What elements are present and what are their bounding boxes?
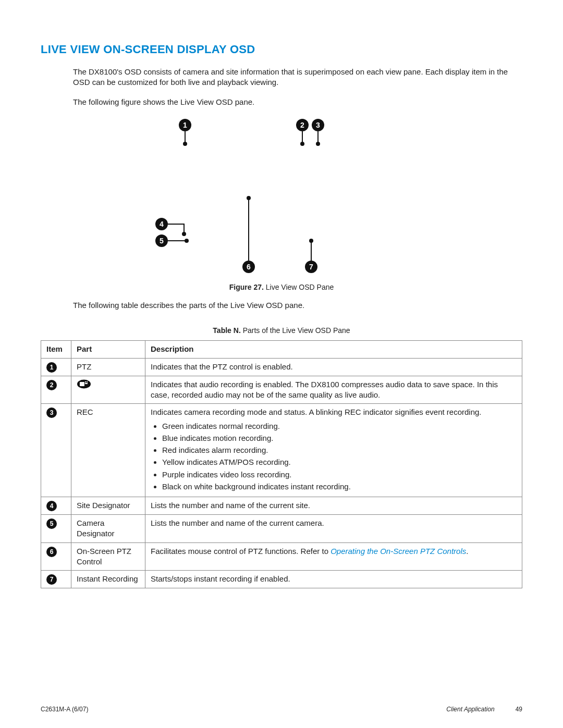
desc-text: Indicates camera recording mode and stat… [151,408,482,416]
callout-6: 6 [242,261,255,273]
svg-rect-4 [85,383,88,384]
desc-cell: Facilitates mouse control of PTZ functio… [145,542,522,571]
pointer [185,131,186,143]
rec-color-list: Green indicates normal recording. Blue i… [151,421,517,492]
col-part: Part [71,341,145,358]
callout-5: 5 [155,235,168,247]
callout-3: 3 [312,119,324,131]
col-desc: Description [145,341,522,358]
item-badge: 6 [46,547,57,557]
svg-rect-3 [87,381,88,382]
figure-live-view-osd: 1 2 3 4 5 6 7 [41,114,522,280]
part-cell: REC [71,404,145,497]
item-badge: 2 [46,380,57,390]
list-item: Black on white background indicates inst… [162,482,517,492]
page-footer: C2631M-A (6/07) Client Application 49 [41,705,522,713]
footer-app-name: Client Application [446,705,494,713]
footer-page-number: 49 [516,705,522,713]
list-item: Purple indicates video loss recording. [162,470,517,480]
callout-7: 7 [305,261,317,273]
part-cell [71,376,145,404]
item-badge: 4 [46,501,57,511]
col-item: Item [41,341,71,358]
item-badge: 3 [46,408,57,418]
desc-cell: Indicates that audio recording is enable… [145,376,522,404]
svg-rect-2 [85,381,86,382]
desc-prefix: Facilitates mouse control of PTZ functio… [151,547,331,556]
figure-lead: The following figure shows the Live View… [73,97,522,107]
table-caption-text: Parts of the Live View OSD Pane [243,326,350,335]
pointer-dot [183,142,187,146]
section-title: LIVE VIEW ON-SCREEN DISPLAY OSD [41,42,522,57]
part-cell: Instant Recording [71,571,145,588]
figure-caption-text: Live View OSD Pane [266,283,334,291]
table-row: 2 Indicates that audio recording is enab… [41,376,522,404]
item-badge: 1 [46,362,57,373]
part-cell: On-Screen PTZ Control [71,542,145,571]
list-item: Red indicates alarm recording. [162,445,517,455]
part-cell: PTZ [71,358,145,376]
callout-1: 1 [179,119,191,131]
pointer-dot [185,239,189,243]
pointer [248,198,249,261]
callout-2: 2 [296,119,309,131]
table-row: 6 On-Screen PTZ Control Facilitates mous… [41,542,522,571]
list-item: Yellow indicates ATM/POS recording. [162,457,517,467]
pointer-dot [182,232,186,236]
desc-cell: Lists the number and name of the current… [145,515,522,543]
osd-parts-table: Item Part Description 1 PTZ Indicates th… [41,340,522,588]
desc-cell: Lists the number and name of the current… [145,497,522,515]
svg-rect-1 [80,382,84,386]
intro-paragraph: The DX8100's OSD consists of camera and … [73,67,522,88]
ptz-controls-link[interactable]: Operating the On-Screen PTZ Controls [331,547,466,556]
pointer [302,131,303,143]
pointer [311,241,312,262]
table-caption: Table N. Parts of the Live View OSD Pane [41,326,522,336]
list-item: Blue indicates motion recording. [162,433,517,443]
pointer [168,240,186,241]
figure-caption: Figure 27. Live View OSD Pane [41,282,522,292]
pointer-dot [316,142,320,146]
part-cell: Camera Designator [71,515,145,543]
table-caption-label: Table N. [213,326,240,335]
item-badge: 5 [46,519,57,529]
desc-suffix: . [466,547,468,556]
figure-caption-label: Figure 27. [229,283,264,291]
pointer [168,224,183,225]
desc-cell: Indicates that the PTZ control is enable… [145,358,522,376]
desc-cell: Indicates camera recording mode and stat… [145,404,522,497]
table-row: 1 PTZ Indicates that the PTZ control is … [41,358,522,376]
table-row: 4 Site Designator Lists the number and n… [41,497,522,515]
desc-cell: Starts/stops instant recording if enable… [145,571,522,588]
table-row: 7 Instant Recording Starts/stops instant… [41,571,522,588]
table-lead: The following table describes the parts … [73,300,522,311]
item-badge: 7 [46,574,57,585]
table-row: 5 Camera Designator Lists the number and… [41,515,522,543]
pointer [317,131,319,143]
callout-4: 4 [155,218,168,230]
audio-recording-icon [77,379,140,389]
part-cell: Site Designator [71,497,145,515]
table-row: 3 REC Indicates camera recording mode an… [41,404,522,497]
list-item: Green indicates normal recording. [162,421,517,431]
footer-doc-id: C2631M-A (6/07) [41,705,88,713]
pointer-dot [300,142,304,146]
